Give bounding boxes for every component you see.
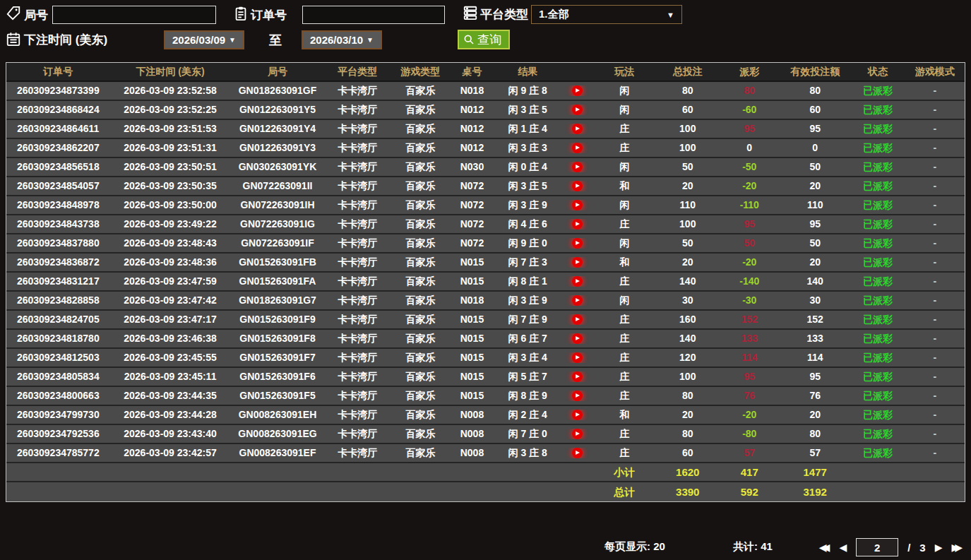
platform-cell: 卡卡湾厅: [325, 330, 391, 347]
subtotal-payout: 417: [720, 463, 780, 481]
bet-time-cell: 2026-03-09 23:46:38: [110, 330, 231, 347]
play-video-button[interactable]: [572, 371, 583, 382]
game-mode-cell: -: [905, 196, 965, 214]
play-video-button[interactable]: [572, 429, 583, 439]
valid-bet-cell: 95: [780, 368, 850, 386]
date-from-picker[interactable]: 2026/03/09: [164, 30, 244, 49]
platform-type-label: 平台类型: [480, 6, 528, 23]
replay-cell: [561, 276, 593, 287]
status-badge: 已派彩: [850, 330, 905, 347]
valid-bet-cell: 20: [780, 254, 850, 271]
payout-cell: -60: [720, 101, 780, 119]
total-bet-cell: 50: [656, 234, 720, 252]
date-to-picker[interactable]: 2026/03/10: [302, 30, 382, 49]
valid-bet-cell: 152: [780, 311, 850, 328]
game-mode-cell: -: [905, 120, 965, 138]
play-video-button[interactable]: [572, 333, 583, 344]
payout-cell: -30: [720, 292, 780, 309]
bet-time-cell: 2026-03-09 23:47:42: [110, 292, 231, 309]
result-cell: 闲 1 庄 4: [494, 120, 561, 138]
col-header-bet-type: 玩法: [592, 63, 656, 81]
play-video-button[interactable]: [572, 105, 583, 115]
next-page-icon[interactable]: [935, 539, 943, 556]
order-number-cell: 260309234864611: [6, 120, 110, 138]
order-number-cell: 260309234837880: [6, 234, 110, 252]
game-mode-cell: -: [905, 387, 965, 405]
result-cell: 闲 6 庄 7: [494, 330, 561, 347]
status-badge: 已派彩: [850, 120, 905, 138]
play-video-button[interactable]: [572, 391, 583, 401]
order-number-cell: 260309234812503: [6, 349, 110, 367]
game-type-cell: 百家乐: [391, 196, 450, 214]
last-page-icon[interactable]: [951, 539, 963, 556]
valid-bet-cell: 140: [780, 273, 850, 290]
play-video-button[interactable]: [572, 314, 583, 325]
status-badge: 已派彩: [850, 444, 905, 462]
table-number-cell: N015: [450, 273, 494, 290]
current-page-input[interactable]: [856, 538, 898, 556]
play-video-button[interactable]: [572, 276, 583, 287]
bet-type-cell: 闲: [592, 158, 656, 176]
valid-bet-cell: 110: [780, 196, 850, 214]
platform-type-select[interactable]: 1.全部: [531, 5, 682, 24]
play-video-button[interactable]: [572, 200, 583, 210]
play-video-button[interactable]: [572, 448, 583, 458]
game-mode-cell: -: [905, 273, 965, 290]
bet-time-cell: 2026-03-09 23:50:00: [110, 196, 231, 214]
play-video-button[interactable]: [572, 162, 583, 172]
round-number-cell: GN015263091F5: [231, 387, 325, 405]
game-type-cell: 百家乐: [391, 349, 450, 367]
col-header-result: 结果: [494, 63, 561, 81]
play-video-button[interactable]: [572, 85, 583, 96]
round-number-label: 局号: [24, 7, 48, 23]
order-number-cell: 260309234854057: [6, 177, 110, 195]
play-video-button[interactable]: [572, 410, 583, 420]
play-video-button[interactable]: [572, 352, 583, 363]
order-number-input[interactable]: [302, 6, 445, 24]
bet-time-cell: 2026-03-09 23:49:22: [110, 215, 231, 233]
result-cell: 闲 3 庄 5: [494, 101, 561, 119]
game-mode-cell: -: [905, 406, 965, 424]
query-button[interactable]: 查询: [458, 30, 510, 49]
round-number-input[interactable]: [52, 6, 216, 24]
bet-time-cell: 2026-03-09 23:44:35: [110, 387, 231, 405]
bet-time-cell: 2026-03-09 23:50:35: [110, 177, 231, 195]
table-row: 260309234792536 2026-03-09 23:43:40 GN00…: [6, 425, 965, 444]
game-mode-cell: -: [905, 349, 965, 367]
play-video-button[interactable]: [572, 219, 583, 230]
per-page-label: 每页显示:: [604, 540, 650, 552]
total-bet-cell: 50: [656, 158, 720, 176]
bet-type-cell: 庄: [592, 273, 656, 290]
col-header-total-bet: 总投注: [656, 63, 720, 81]
result-cell: 闲 7 庄 9: [494, 311, 561, 328]
platform-cell: 卡卡湾厅: [325, 82, 391, 100]
col-header-game-mode: 游戏模式: [905, 63, 965, 81]
tag-icon: [6, 6, 21, 21]
payout-cell: 152: [720, 311, 780, 328]
platform-cell: 卡卡湾厅: [325, 406, 391, 424]
status-badge: 已派彩: [850, 215, 905, 233]
total-bet-cell: 30: [656, 292, 720, 309]
bet-type-cell: 庄: [592, 349, 656, 367]
play-video-button[interactable]: [572, 143, 583, 153]
round-number-cell: GN015263091F8: [231, 330, 325, 347]
round-number-cell: GN015263091F9: [231, 311, 325, 328]
play-video-button[interactable]: [572, 257, 583, 268]
replay-cell: [561, 219, 593, 230]
game-type-cell: 百家乐: [391, 158, 450, 176]
game-type-cell: 百家乐: [391, 311, 450, 328]
subtotal-valid-bet: 1477: [780, 463, 850, 481]
play-video-button[interactable]: [572, 295, 583, 306]
bet-type-cell: 闲: [592, 101, 656, 119]
order-number-cell: 260309234873399: [6, 82, 110, 100]
payout-cell: 95: [720, 368, 780, 386]
game-type-cell: 百家乐: [391, 406, 450, 424]
play-video-button[interactable]: [572, 238, 583, 249]
play-video-button[interactable]: [572, 181, 583, 191]
col-header-order: 订单号: [6, 63, 110, 81]
bet-time-cell: 2026-03-09 23:48:36: [110, 254, 231, 271]
previous-page-icon[interactable]: [839, 539, 847, 556]
first-page-icon[interactable]: [819, 539, 830, 556]
play-video-button[interactable]: [572, 124, 583, 134]
order-number-cell: 260309234862207: [6, 139, 110, 157]
